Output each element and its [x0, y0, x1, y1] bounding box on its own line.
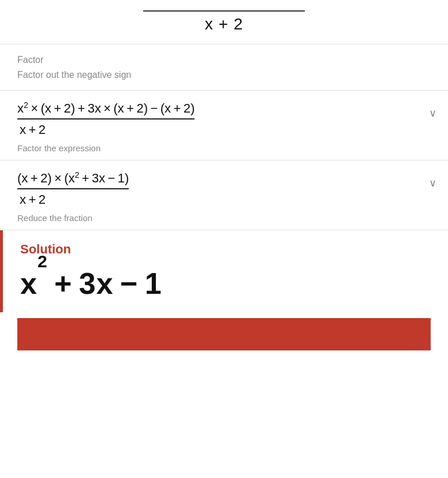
factor-label-section: Factor Factor out the negative sign [0, 44, 448, 91]
step2-denominator: x + 2 [17, 192, 46, 207]
sup2-2: 2 [75, 170, 80, 180]
step2-description: Reduce the fraction [17, 213, 431, 223]
step2-fraction: (x + 2) × (x2 + 3x − 1) x + 2 [17, 171, 129, 207]
step1-numerator-text: x2 × (x + 2) + 3x × (x + 2) − (x + 2) [17, 101, 195, 116]
step1-chevron[interactable]: ∨ [429, 107, 436, 120]
step1-denominator: x + 2 [17, 122, 46, 137]
factor-line2: Factor out the negative sign [17, 68, 431, 83]
top-section: x + 2 [0, 0, 448, 44]
sup-2: 2 [24, 100, 28, 110]
step2-chevron[interactable]: ∨ [429, 177, 436, 189]
step2-section: ∨ (x + 2) × (x2 + 3x − 1) x + 2 Reduce t… [0, 160, 448, 230]
bottom-action-button[interactable] [17, 318, 431, 350]
step2-numerator-text: (x + 2) × (x2 + 3x − 1) [17, 171, 129, 186]
solution-rest: + 3x − 1 [48, 266, 162, 301]
step2-denominator-text: x + 2 [20, 192, 46, 207]
step1-denominator-text: x + 2 [20, 122, 46, 137]
solution-section: Solution x2 + 3x − 1 [0, 230, 448, 312]
solution-expression: x2 + 3x − 1 [20, 266, 431, 301]
step1-fraction: x2 × (x + 2) + 3x × (x + 2) − (x + 2) x … [17, 101, 195, 137]
solution-x: x [20, 266, 38, 301]
step1-numerator: x2 × (x + 2) + 3x × (x + 2) − (x + 2) [17, 101, 195, 120]
step1-section: ∨ x2 × (x + 2) + 3x × (x + 2) − (x + 2) … [0, 91, 448, 160]
factor-line1: Factor [17, 53, 431, 68]
page-container: x + 2 Factor Factor out the negative sig… [0, 0, 448, 358]
bottom-area [0, 312, 448, 358]
solution-label: Solution [20, 242, 431, 257]
step2-numerator: (x + 2) × (x2 + 3x − 1) [17, 171, 129, 189]
top-overline [143, 10, 305, 12]
top-expression: x + 2 [205, 15, 243, 33]
step1-description: Factor the expression [17, 143, 431, 153]
